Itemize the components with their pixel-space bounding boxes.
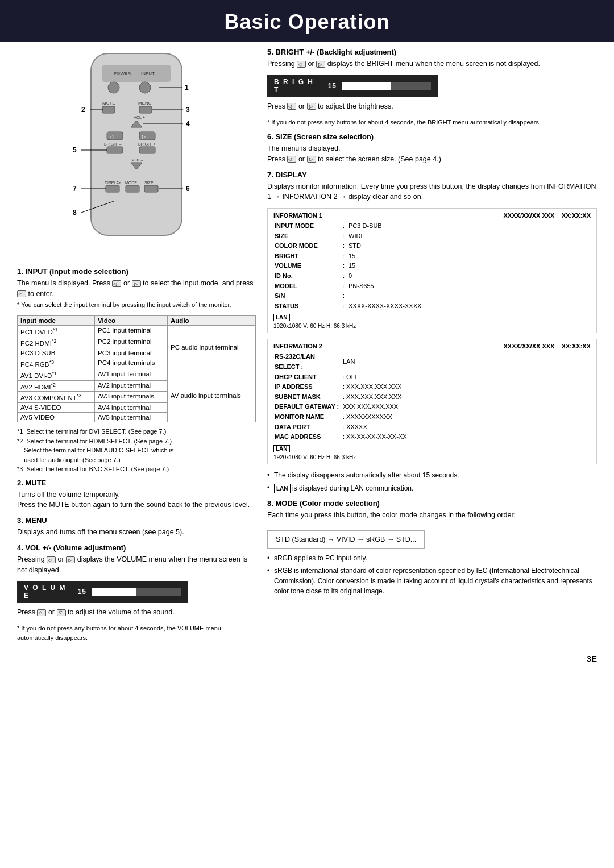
section-7-bullet-2: LAN is displayed during LAN communicatio… [267, 483, 597, 493]
volume-bar-fill [92, 588, 136, 596]
info-row: DATA PORT: XXXXX [273, 422, 591, 433]
info-row: MAC ADDRESS: XX-XX-XX-XX-XX-XX [273, 432, 591, 442]
info-1-title: INFORMATION 1 [273, 212, 322, 219]
section-7-bullet-1: The display disappears automatically aft… [267, 470, 597, 480]
svg-point-4 [108, 82, 119, 93]
svg-text:VOL –: VOL – [132, 158, 143, 162]
section-6-title: 6. SIZE (Screen size selection) [267, 132, 597, 141]
info-2-footer: 1920x1080 V: 60 Hz H: 66.3 kHz [273, 454, 591, 460]
info-row: SIZE:WIDE [273, 231, 591, 242]
section-4: 4. VOL +/- (Volume adjustment) Pressing … [17, 543, 256, 642]
svg-point-5 [139, 82, 151, 93]
section-2: 2. MUTE Turns off the volume temporarily… [17, 479, 256, 511]
info-row: STATUS:XXXX-XXXX-XXXX-XXXX [273, 301, 591, 312]
section-1-title: 1. INPUT (Input mode selection) [17, 267, 256, 276]
svg-rect-7 [102, 106, 115, 113]
info-row: SUBNET MASK: XXX.XXX.XXX.XXX [273, 392, 591, 402]
info-row: DEFAULT GATEWAY :XXX.XXX.XXX.XXX [273, 402, 591, 412]
svg-text:BRIGHT+: BRIGHT+ [138, 142, 156, 146]
info-box-1: INFORMATION 1 XXXX/XX/XX XXX XX:XX:XX IN… [267, 208, 597, 333]
info-row: IP ADDRESS: XXX.XXX.XXX.XXX [273, 382, 591, 392]
svg-text:2: 2 [81, 106, 85, 114]
remote-svg: POWER INPUT MUTE MENU VOL + [45, 48, 227, 258]
svg-text:SIZE: SIZE [144, 181, 154, 185]
volume-label: V O L U M E [24, 584, 69, 600]
svg-text:7: 7 [73, 185, 77, 193]
left-column: POWER INPUT MUTE MENU VOL + [17, 48, 256, 648]
bright-value: 15 [320, 82, 337, 90]
svg-text:VOL +: VOL + [134, 115, 145, 119]
info-row: ID No.:0 [273, 271, 591, 281]
table-header-audio: Audio [168, 316, 256, 326]
bright-adj-right [307, 103, 316, 110]
footnotes: *1 Select the terminal for DVI SELECT. (… [17, 427, 256, 474]
section-1-body: The menu is displayed. Press or to selec… [17, 278, 256, 310]
enter-icon [17, 290, 26, 297]
section-5-note: * If you do not press any buttons for ab… [267, 118, 597, 127]
std-box: STD (Standard) → VIVID → sRGB → STD... [267, 530, 425, 549]
info-2-table: RS-232C/LAN SELECT :LAN DHCP CLIENT: OFF… [273, 352, 591, 442]
section-1-note: * You can select the input terminal by p… [17, 301, 231, 308]
info-row: S/N: [273, 291, 591, 301]
section-7-title: 7. DISPLAY [267, 171, 597, 179]
bright-left-icon [297, 61, 306, 68]
vol-down-icon [57, 609, 66, 616]
size-left-icon [287, 156, 296, 163]
info-2-date: XXXX/XX/XX XXX XX:XX:XX [504, 343, 591, 350]
svg-text:MODE: MODE [125, 181, 137, 185]
section-4-note: * If you do not press any buttons for ab… [17, 624, 256, 642]
section-7: 7. DISPLAY Displays monitor information.… [267, 171, 597, 493]
size-right-icon [307, 156, 316, 163]
table-row: AV1 DVI-D*1 AV1 input terminal AV audio … [18, 369, 256, 380]
section-8-bullet-1: sRGB applies to PC input only. [267, 553, 597, 563]
section-6: 6. SIZE (Screen size selection) The menu… [267, 132, 597, 165]
svg-text:MENU: MENU [138, 101, 152, 106]
section-2-body: Turns off the volume temporarily. Press … [17, 489, 256, 511]
page-header: Basic Operation [0, 0, 614, 42]
remote-illustration: POWER INPUT MUTE MENU VOL + [17, 48, 256, 258]
bright-display: B R I G H T 15 [267, 75, 438, 97]
info-1-footer: 1920x1080 V: 60 Hz H: 66.3 kHz [273, 323, 591, 329]
lan-badge-1: LAN [273, 314, 290, 321]
svg-rect-27 [144, 185, 158, 192]
svg-rect-18 [107, 147, 123, 153]
bright-label: B R I G H T [274, 78, 320, 94]
svg-rect-1 [102, 65, 171, 82]
svg-text:6: 6 [186, 185, 190, 193]
bright-adj-left [287, 103, 296, 110]
svg-text:INPUT: INPUT [141, 71, 155, 76]
svg-text:POWER: POWER [114, 71, 131, 76]
svg-text:5: 5 [73, 146, 77, 154]
section-5-title: 5. BRIGHT +/- (Backlight adjustment) [267, 48, 597, 56]
info-row: MODEL:PN-S655 [273, 281, 591, 292]
section-5-press: Press or to adjust the brightness. [267, 101, 597, 112]
info-1-header: INFORMATION 1 XXXX/XX/XX XXX XX:XX:XX [273, 212, 591, 219]
section-8-title: 8. MODE (Color mode selection) [267, 499, 597, 508]
section-5-body: Pressing or displays the BRIGHT menu whe… [267, 59, 597, 69]
svg-rect-19 [139, 147, 155, 153]
info-1-date: XXXX/XX/XX XXX XX:XX:XX [504, 212, 591, 219]
info-box-2: INFORMATION 2 XXXX/XX/XX XXX XX:XX:XX RS… [267, 339, 597, 464]
svg-text:1: 1 [185, 84, 189, 92]
svg-text:4: 4 [186, 120, 190, 128]
svg-text:8: 8 [73, 209, 77, 217]
volume-bar [92, 588, 181, 596]
section-2-title: 2. MUTE [17, 479, 256, 487]
info-row: VOLUME:15 [273, 261, 591, 271]
svg-text:DISPLAY: DISPLAY [105, 181, 121, 185]
volume-value: 15 [69, 588, 86, 596]
section-8-bullet-2: sRGB is international standard of color … [267, 566, 597, 596]
bright-bar [342, 82, 431, 90]
svg-rect-26 [126, 185, 139, 192]
section-3: 3. MENU Displays and turns off the menu … [17, 516, 256, 538]
right-arrow-icon [132, 280, 141, 287]
lan-badge-inline: LAN [274, 484, 291, 493]
right-column: 5. BRIGHT +/- (Backlight adjustment) Pre… [267, 48, 597, 648]
lan-badge-2: LAN [273, 445, 290, 452]
table-row: PC1 DVI-D*1 PC1 input terminal PC audio … [18, 326, 256, 337]
volume-display: V O L U M E 15 [17, 581, 188, 603]
vol-left-icon [47, 556, 56, 563]
section-4-title: 4. VOL +/- (Volume adjustment) [17, 543, 256, 552]
section-5: 5. BRIGHT +/- (Backlight adjustment) Pre… [267, 48, 597, 127]
info-2-header: INFORMATION 2 XXXX/XX/XX XXX XX:XX:XX [273, 343, 591, 350]
